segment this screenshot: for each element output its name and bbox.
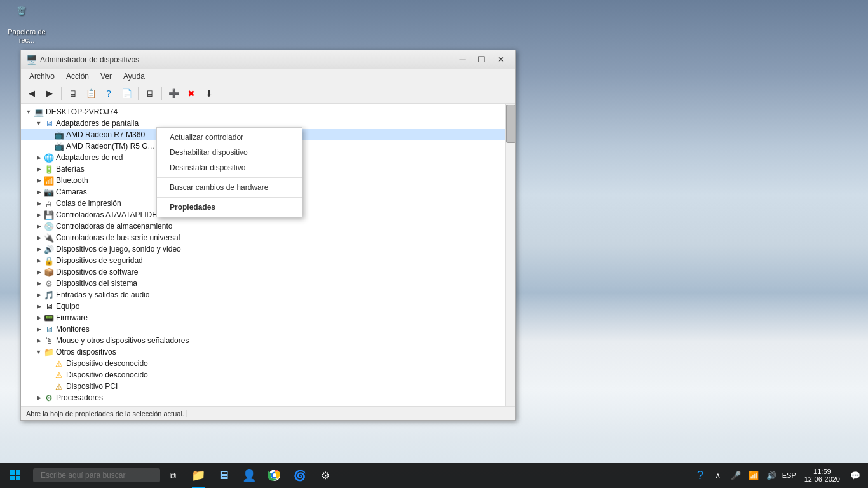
menu-accion[interactable]: Acción [60,70,95,83]
tree-scrollbar[interactable] [505,104,515,406]
processor-icon: ⚙ [44,393,54,403]
unknown-icon-1: ⚠ [54,358,64,369]
audio-io-icon: 🎵 [44,290,54,300]
toolbar-help-button[interactable]: ? [100,86,117,101]
taskbar-clock[interactable]: 11:59 12-06-2020 [799,468,845,483]
ctx-buscar[interactable]: Buscar cambios de hardware [157,180,302,195]
start-button[interactable] [0,463,31,488]
tree-root[interactable]: ▼ 💻 DESKTOP-2VROJ74 [21,106,505,118]
unknown-icon-2: ⚠ [54,370,64,380]
tree-item-firmware[interactable]: ▶ 📟 Firmware [21,312,505,323]
tree-label-firmware: Firmware [56,313,88,322]
tree-label-seguridad: Dispositivos de seguridad [56,256,143,265]
equipo-icon: 🖥 [44,301,54,311]
tree-item-otros[interactable]: ▼ 📁 Otros dispositivos [21,346,505,358]
ctx-deshabilitar[interactable]: Deshabilitar dispositivo [157,145,302,160]
taskbar-user[interactable]: 👤 [236,463,262,488]
title-bar: 🖥️ Administrador de dispositivos ─ ☐ ✕ [21,50,515,69]
context-menu: Actualizar controlador Deshabilitar disp… [156,127,302,217]
amd-r5-icon: 📺 [54,141,64,151]
tree-item-usb[interactable]: ▶ 🔌 Controladoras de bus serie universal [21,232,505,243]
recycle-bin-image: 🗑️ [17,6,37,27]
tree-item-software[interactable]: ▶ 📦 Dispositivos de software [21,266,505,278]
tree-label-sistema: Dispositivos del sistema [56,279,137,288]
tree-label-entradas: Entradas y salidas de audio [56,290,149,299]
taskbar-search[interactable] [33,468,160,482]
device-manager-window: 🖥️ Administrador de dispositivos ─ ☐ ✕ A… [20,50,516,421]
tree-item-entradas-audio[interactable]: ▶ 🎵 Entradas y salidas de audio [21,289,505,301]
svg-rect-2 [10,476,15,480]
taskbar-question[interactable]: ? [693,463,708,488]
bluetooth-icon: 📶 [44,175,54,186]
toolbar-list-button[interactable]: 📋 [83,86,99,101]
taskbar-settings[interactable]: ⚙ [313,463,338,488]
toolbar-separator-1 [61,87,62,100]
menu-ver[interactable]: Ver [95,70,118,83]
svg-point-6 [273,473,276,477]
tree-label-pci: Dispositivo PCI [66,382,118,391]
tree-label-procesadores: Procesadores [56,393,103,402]
monitor-icon: 🖥 [44,324,54,334]
close-button[interactable]: ✕ [491,50,510,69]
taskbar-volume[interactable]: 🔊 [764,463,779,488]
tree-label-unknown-2: Dispositivo desconocido [66,370,148,379]
tree-item-unknown-2[interactable]: ⚠ Dispositivo desconocido [21,369,505,381]
toolbar-computer-button[interactable]: 🖥 [65,86,81,101]
taskbar-language[interactable]: ESP [782,463,797,488]
taskview-button[interactable]: ⧉ [160,463,186,488]
pci-icon: ⚠ [54,381,64,391]
menu-archivo[interactable]: Archivo [24,70,60,83]
toolbar-list2-button[interactable]: 📄 [118,86,135,101]
toolbar-remove-button[interactable]: ✖ [183,86,200,101]
tree-item-sistema[interactable]: ▶ ⚙ Dispositivos del sistema [21,278,505,289]
toolbar-scan-button[interactable]: ⬇ [201,86,217,101]
tree-label-amd-r7: AMD Radeon R7 M360 [66,130,145,139]
network-icon: 🌐 [44,152,54,163]
battery-icon: 🔋 [44,164,54,174]
tree-item-almacenamiento[interactable]: ▶ 💿 Controladoras de almacenamiento [21,220,505,232]
tree-item-mouse[interactable]: ▶ 🖱 Mouse y otros dispositivos señalador… [21,335,505,346]
svg-rect-3 [16,476,20,480]
tree-item-audio[interactable]: ▶ 🔊 Dispositivos de juego, sonido y vide… [21,243,505,255]
tree-label-baterias: Baterías [56,165,85,173]
software-icon: 📦 [44,267,54,277]
taskbar: ⧉ 📁 🖥 👤 🌀 ⚙ ? ∧ 🎤 📶 🔊 ESP 11:59 12-06-20… [0,463,868,488]
taskbar-mic[interactable]: 🎤 [728,463,743,488]
maximize-button[interactable]: ☐ [472,50,491,69]
toolbar-forward-button[interactable]: ▶ [41,86,58,101]
tree-item-equipo[interactable]: ▶ 🖥 Equipo [21,301,505,312]
tree-item-pci[interactable]: ⚠ Dispositivo PCI [21,381,505,392]
window-icon: 🖥️ [26,55,36,65]
ctx-actualizar[interactable]: Actualizar controlador [157,130,302,145]
tree-label-bluetooth: Bluetooth [56,176,88,185]
tree-label-colas: Colas de impresión [56,199,121,208]
taskbar-edge[interactable]: 🌀 [287,463,313,488]
tree-label-mouse: Mouse y otros dispositivos señaladores [56,336,189,345]
taskbar-chevron[interactable]: ∧ [710,463,726,488]
taskbar-remote[interactable]: 🖥 [211,463,236,488]
tree-label-unknown-1: Dispositivo desconocido [66,359,148,368]
taskbar-network[interactable]: 📶 [746,463,761,488]
taskbar-explorer[interactable]: 📁 [186,463,211,488]
mouse-icon: 🖱 [44,336,54,346]
menu-ayuda[interactable]: Ayuda [118,70,151,83]
minimize-button[interactable]: ─ [453,50,472,69]
tree-item-procesadores[interactable]: ▶ ⚙ Procesadores [21,392,505,403]
display-adapter-icon: 🖥 [44,118,54,128]
recycle-bin-icon[interactable]: 🗑️ Papelera de rec... [6,6,47,44]
toolbar-display-button[interactable]: 🖥 [142,86,158,101]
tree-label-red: Adaptadores de red [56,153,123,162]
ctx-propiedades[interactable]: Propiedades [157,200,302,215]
menu-bar: Archivo Acción Ver Ayuda [21,69,515,83]
toolbar-add-button[interactable]: ➕ [165,86,182,101]
toolbar-back-button[interactable]: ◀ [24,86,40,101]
tree-item-seguridad[interactable]: ▶ 🔒 Dispositivos de seguridad [21,255,505,266]
ctx-separator-1 [157,177,302,178]
taskbar-notification[interactable]: 💬 [848,463,863,488]
scroll-thumb[interactable] [506,105,515,143]
status-text: Abre la hoja de propiedades de la selecc… [24,410,187,417]
tree-item-unknown-1[interactable]: ⚠ Dispositivo desconocido [21,358,505,369]
tree-item-monitores[interactable]: ▶ 🖥 Monitores [21,323,505,335]
taskbar-chrome[interactable] [262,463,287,488]
ctx-desinstalar[interactable]: Desinstalar dispositivo [157,160,302,175]
